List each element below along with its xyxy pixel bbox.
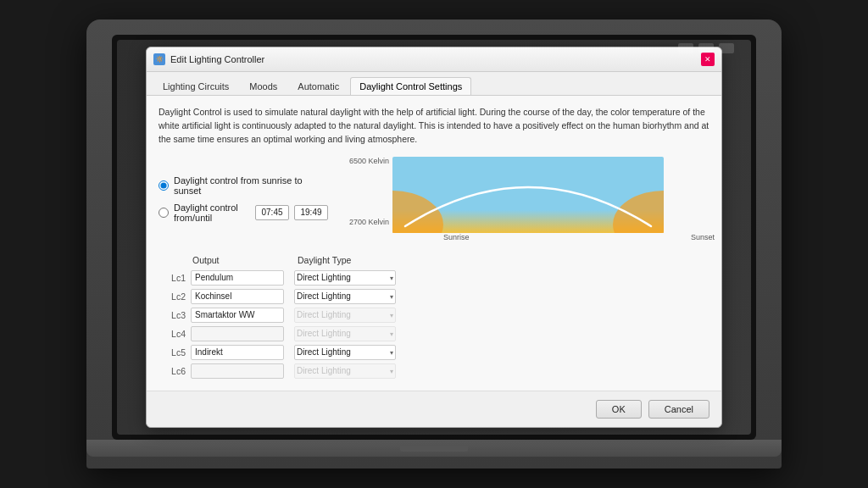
tab-automatic[interactable]: Automatic	[288, 77, 348, 95]
col-daylight-header: Daylight Type	[298, 255, 399, 265]
radio-sunrise-sunset[interactable]	[159, 180, 169, 191]
output-field-lc6[interactable]	[191, 363, 284, 379]
table-row: Lc5Direct Lighting	[159, 343, 709, 362]
ok-button[interactable]: OK	[596, 400, 642, 419]
dialog-content: Daylight Control is used to simulate nat…	[147, 96, 721, 390]
row-label-lc5: Lc5	[159, 347, 191, 358]
output-field-lc5[interactable]	[191, 345, 284, 360]
daylight-select-wrapper-lc4: Direct Lighting	[289, 326, 396, 341]
chart-x-left: Sunrise	[443, 233, 470, 241]
tab-lighting-circuits[interactable]: Lighting Circuits	[153, 77, 238, 95]
table-rows-container: Lc1Direct LightingLc2Direct LightingLc3D…	[159, 269, 709, 380]
taskbar-icon-3	[719, 43, 734, 53]
table-section: Output Daylight Type Lc1Direct LightingL…	[159, 253, 709, 380]
taskbar-icon-1	[678, 43, 693, 53]
daylight-select-lc1[interactable]: Direct Lighting	[294, 270, 396, 286]
laptop-outer: 🔆 Edit Lighting Controller ✕ Lighting Ci…	[86, 19, 782, 469]
tab-bar: Lighting Circuits Moods Automatic Daylig…	[147, 72, 721, 96]
dialog-titlebar: 🔆 Edit Lighting Controller ✕	[147, 47, 721, 72]
tab-moods[interactable]: Moods	[240, 77, 287, 95]
daylight-select-lc4: Direct Lighting	[294, 326, 396, 341]
table-row: Lc6Direct Lighting	[159, 362, 709, 380]
daylight-select-wrapper-lc1: Direct Lighting	[289, 270, 396, 286]
daylight-chart	[392, 157, 664, 233]
table-row: Lc2Direct Lighting	[159, 287, 709, 306]
taskbar-icon-2	[698, 43, 714, 53]
controls-left: Daylight control from sunrise to sunset …	[159, 157, 328, 241]
output-field-lc4[interactable]	[191, 326, 284, 341]
laptop-shell: 🔆 Edit Lighting Controller ✕ Lighting Ci…	[86, 19, 782, 469]
daylight-select-lc6: Direct Lighting	[294, 363, 396, 379]
chart-x-labels: Sunrise Sunset	[443, 233, 715, 241]
chart-area: Sunrise Sunset	[392, 157, 715, 241]
close-button[interactable]: ✕	[701, 53, 715, 66]
output-field-lc2[interactable]	[191, 289, 284, 304]
table-row: Lc4Direct Lighting	[159, 324, 709, 343]
daylight-select-lc3: Direct Lighting	[294, 308, 396, 323]
table-row: Lc3Direct Lighting	[159, 306, 709, 324]
radio-row-1: Daylight control from sunrise to sunset	[159, 175, 328, 196]
time-until-input[interactable]	[294, 205, 328, 220]
table-row: Lc1Direct Lighting	[159, 269, 709, 287]
col-output-header: Output	[192, 255, 294, 265]
row-label-lc2: Lc2	[159, 291, 191, 302]
taskbar-top	[678, 43, 734, 53]
middle-section: Daylight control from sunrise to sunset …	[159, 157, 709, 241]
chart-y-bottom: 2700 Kelvin	[342, 218, 389, 226]
chart-container: 6500 Kelvin 2700 Kelvin	[342, 157, 715, 241]
cancel-button[interactable]: Cancel	[648, 400, 709, 419]
laptop-screen: 🔆 Edit Lighting Controller ✕ Lighting Ci…	[117, 40, 751, 435]
radio-from-until[interactable]	[159, 208, 169, 218]
laptop-screen-border: 🔆 Edit Lighting Controller ✕ Lighting Ci…	[112, 35, 756, 440]
row-label-lc4: Lc4	[159, 329, 191, 339]
radio1-label: Daylight control from sunrise to sunset	[174, 175, 328, 196]
trackpad[interactable]	[400, 445, 468, 452]
chart-x-right: Sunset	[691, 233, 715, 241]
daylight-select-wrapper-lc3: Direct Lighting	[289, 308, 396, 323]
description-text: Daylight Control is used to simulate nat…	[159, 106, 709, 146]
daylight-select-lc2[interactable]: Direct Lighting	[294, 289, 396, 304]
radio2-label: Daylight control from/until	[174, 202, 250, 223]
dialog-icon: 🔆	[153, 53, 165, 65]
time-from-input[interactable]	[255, 205, 289, 220]
radio-row-2: Daylight control from/until	[159, 202, 328, 223]
tab-daylight-control-settings[interactable]: Daylight Control Settings	[350, 77, 471, 95]
daylight-select-wrapper-lc2: Direct Lighting	[289, 289, 396, 304]
daylight-select-lc5[interactable]: Direct Lighting	[294, 345, 396, 360]
output-field-lc3[interactable]	[191, 308, 284, 323]
row-label-lc1: Lc1	[159, 273, 191, 283]
daylight-select-wrapper-lc6: Direct Lighting	[289, 363, 396, 379]
output-field-lc1[interactable]	[191, 270, 284, 286]
row-label-lc6: Lc6	[159, 366, 191, 376]
edit-lighting-dialog: 🔆 Edit Lighting Controller ✕ Lighting Ci…	[146, 47, 722, 427]
dialog-title: Edit Lighting Controller	[170, 54, 701, 64]
dialog-footer: OK Cancel	[147, 391, 721, 427]
laptop-base	[86, 440, 782, 457]
row-label-lc3: Lc3	[159, 310, 191, 320]
table-header: Output Daylight Type	[159, 253, 709, 269]
chart-y-top: 6500 Kelvin	[342, 157, 389, 165]
daylight-select-wrapper-lc5: Direct Lighting	[289, 345, 396, 360]
